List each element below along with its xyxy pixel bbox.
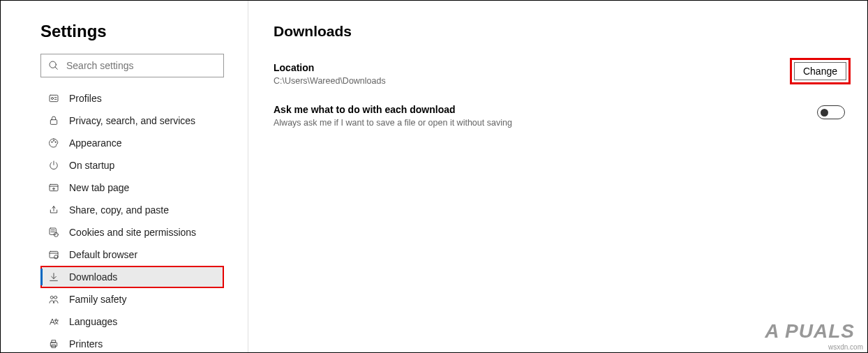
family-icon [47, 294, 60, 305]
sidebar-item-label: Privacy, search, and services [50, 115, 195, 126]
svg-rect-31 [52, 340, 55, 343]
sidebar-item-family[interactable]: Family safety [1, 288, 248, 310]
search-input[interactable] [66, 60, 216, 71]
browser-icon [47, 249, 60, 260]
printer-icon [47, 338, 60, 350]
location-text: Location C:\Users\Wareed\Downloads [274, 62, 790, 86]
svg-point-8 [53, 140, 54, 141]
power-icon [47, 160, 60, 171]
sidebar-item-label: Default browser [50, 249, 137, 260]
svg-point-9 [55, 142, 56, 142]
appuals-logo: A PUALS [765, 320, 855, 343]
sidebar-item-label: Cookies and site permissions [50, 227, 196, 238]
search-box[interactable] [40, 54, 224, 77]
watermark-text: wsxdn.com [828, 343, 863, 351]
lock-icon [47, 115, 60, 126]
profile-icon [47, 93, 60, 104]
page-title: Downloads [274, 23, 851, 40]
settings-title: Settings [1, 22, 248, 54]
sidebar-item-privacy[interactable]: Privacy, search, and services [1, 110, 248, 132]
change-highlight: Change [790, 58, 851, 84]
sidebar-item-languages[interactable]: Languages [1, 310, 248, 333]
ask-text: Ask me what to do with each download Alw… [274, 104, 817, 128]
location-setting: Location C:\Users\Wareed\Downloads Chang… [274, 62, 851, 86]
sidebar-item-downloads[interactable]: Downloads [40, 266, 224, 288]
sidebar-item-label: New tab page [50, 182, 129, 193]
svg-point-3 [51, 97, 53, 99]
svg-point-22 [54, 255, 58, 259]
search-icon [48, 60, 59, 71]
svg-rect-6 [50, 120, 57, 125]
settings-sidebar: Settings Profiles Privacy, search, and s… [1, 1, 248, 352]
ask-desc: Always ask me if I want to save a file o… [274, 118, 817, 128]
toggle-knob [821, 109, 828, 117]
svg-point-7 [52, 142, 52, 142]
svg-rect-20 [50, 251, 58, 257]
sidebar-item-label: Appearance [50, 137, 122, 149]
main-content: Downloads Location C:\Users\Wareed\Downl… [248, 1, 867, 352]
sidebar-item-default-browser[interactable]: Default browser [1, 243, 248, 266]
svg-point-26 [54, 296, 57, 299]
sidebar-item-cookies[interactable]: Cookies and site permissions [1, 221, 248, 243]
sidebar-item-appearance[interactable]: Appearance [1, 132, 248, 154]
sidebar-item-startup[interactable]: On startup [1, 154, 248, 176]
permissions-icon [47, 227, 60, 238]
download-icon [47, 271, 60, 283]
svg-rect-2 [50, 95, 58, 101]
location-value: C:\Users\Wareed\Downloads [274, 76, 790, 86]
svg-point-25 [50, 296, 53, 299]
sidebar-item-newtab[interactable]: New tab page [1, 176, 248, 199]
svg-line-1 [55, 67, 57, 69]
svg-rect-16 [50, 228, 56, 234]
search-wrapper [1, 54, 248, 84]
sidebar-item-label: Family safety [50, 294, 126, 305]
language-icon [47, 316, 60, 327]
settings-nav: Profiles Privacy, search, and services A… [1, 84, 248, 353]
ask-label: Ask me what to do with each download [274, 104, 817, 115]
ask-toggle[interactable] [817, 105, 845, 119]
paint-icon [47, 137, 60, 149]
sidebar-item-label: Share, copy, and paste [50, 204, 169, 216]
change-button[interactable]: Change [794, 62, 846, 80]
sidebar-item-printers[interactable]: Printers [1, 333, 248, 353]
ask-setting: Ask me what to do with each download Alw… [274, 104, 851, 128]
share-icon [47, 204, 60, 216]
svg-rect-30 [50, 343, 57, 346]
location-label: Location [274, 62, 790, 73]
sidebar-item-profiles[interactable]: Profiles [1, 87, 248, 110]
sidebar-item-share[interactable]: Share, copy, and paste [1, 199, 248, 221]
newtab-icon [47, 182, 60, 193]
